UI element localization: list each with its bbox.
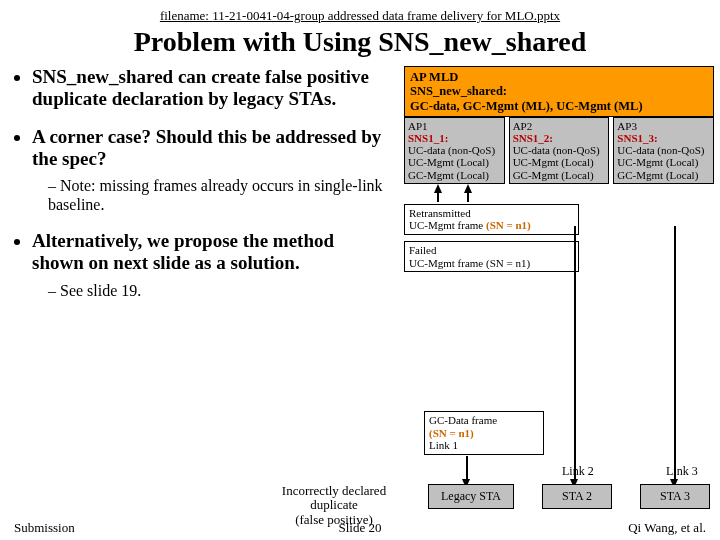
ap1-rest: UC-data (non-QoS) UC-Mgmt (Local) GC-Mgm…	[408, 144, 501, 180]
gcdata-sn: (SN = n1)	[429, 427, 539, 440]
body-area: SNS_new_shared can create false positive…	[14, 66, 706, 496]
bullet-3-sub-1: See slide 19.	[48, 282, 384, 300]
ap-box-1: AP1 SNS1_1: UC-data (non-QoS) UC-Mgmt (L…	[404, 117, 505, 183]
failed-sn: (SN = n1)	[486, 257, 530, 269]
filename-label: filename:	[160, 8, 209, 23]
ap1-num: AP1	[408, 120, 501, 132]
sta-legacy-box: Legacy STA	[428, 484, 514, 509]
bullet-2-text: A corner case? Should this be addressed …	[32, 126, 381, 169]
failed-l2: UC-Mgmt frame	[409, 257, 486, 269]
ap3-sns: SNS1_3:	[617, 132, 710, 144]
footer-right: Qi Wang, et al.	[628, 520, 706, 536]
bullet-2-sub: Note: missing frames already occurs in s…	[32, 177, 384, 214]
bullet-list: SNS_new_shared can create false positive…	[14, 66, 384, 300]
ap2-rest: UC-data (non-QoS) UC-Mgmt (Local) GC-Mgm…	[513, 144, 606, 180]
bullet-3-sub: See slide 19.	[32, 282, 384, 300]
apmld-line1: AP MLD	[410, 70, 708, 84]
slide-title: Problem with Using SNS_new_shared	[14, 26, 706, 58]
ap-box-2: AP2 SNS1_2: UC-data (non-QoS) UC-Mgmt (L…	[509, 117, 610, 183]
sta3-box: STA 3	[640, 484, 710, 509]
filename-value: 11-21-0041-04-group addressed data frame…	[212, 8, 560, 23]
right-column: AP MLD SNS_new_shared: GC-data, GC-Mgmt …	[404, 66, 714, 272]
bullet-3-text: Alternatively, we propose the method sho…	[32, 230, 334, 273]
footer-mid: Slide 20	[339, 520, 382, 536]
footer: Submission Slide 20 Qi Wang, et al.	[14, 520, 706, 536]
sta2-box: STA 2	[542, 484, 612, 509]
apmld-line2: SNS_new_shared:	[410, 84, 708, 98]
link3-label: Link 3	[666, 464, 698, 479]
bullet-1: SNS_new_shared can create false positive…	[32, 66, 384, 110]
ap3-rest: UC-data (non-QoS) UC-Mgmt (Local) GC-Mgm…	[617, 144, 710, 180]
failed-l1: Failed	[409, 244, 574, 257]
ap3-num: AP3	[617, 120, 710, 132]
failed-box: Failed UC-Mgmt frame (SN = n1)	[404, 241, 579, 272]
arrow-stem-2	[467, 193, 469, 202]
retrans-l2: UC-Mgmt frame	[409, 219, 486, 231]
arrow-stem-1	[437, 193, 439, 202]
bullet-2: A corner case? Should this be addressed …	[32, 126, 384, 214]
ap-box-3: AP3 SNS1_3: UC-data (non-QoS) UC-Mgmt (L…	[613, 117, 714, 183]
bullet-2-sub-1: Note: missing frames already occurs in s…	[48, 177, 384, 214]
ap-row: AP1 SNS1_1: UC-data (non-QoS) UC-Mgmt (L…	[404, 117, 714, 183]
fp-l2: duplicate	[254, 498, 414, 512]
ap-mld-box: AP MLD SNS_new_shared: GC-data, GC-Mgmt …	[404, 66, 714, 117]
gcdata-box: GC-Data frame (SN = n1) Link 1	[424, 411, 544, 455]
link2-label: Link 2	[562, 464, 594, 479]
ap1-sns: SNS1_1:	[408, 132, 501, 144]
bullet-3: Alternatively, we propose the method sho…	[32, 230, 384, 300]
ap2-sns: SNS1_2:	[513, 132, 606, 144]
filename-row: filename: 11-21-0041-04-group addressed …	[14, 8, 706, 24]
retrans-l1: Retransmitted	[409, 207, 574, 220]
fp-l1: Incorrectly declared	[254, 484, 414, 498]
arrow-up-icon-1	[434, 184, 442, 193]
slide-container: filename: 11-21-0041-04-group addressed …	[0, 0, 720, 540]
link3-line	[674, 226, 676, 482]
gcdata-l1: GC-Data frame	[429, 414, 539, 427]
ap2-num: AP2	[513, 120, 606, 132]
arrow-up-icon-2	[464, 184, 472, 193]
apmld-line3: GC-data, GC-Mgmt (ML), UC-Mgmt (ML)	[410, 99, 708, 113]
retrans-sn: (SN = n1)	[486, 219, 531, 231]
arrows-up-row	[404, 184, 714, 202]
gcdata-link: Link 1	[429, 439, 539, 452]
footer-left: Submission	[14, 520, 75, 536]
left-column: SNS_new_shared can create false positive…	[14, 66, 384, 316]
retransmitted-box: Retransmitted UC-Mgmt frame (SN = n1)	[404, 204, 579, 235]
link2-line	[574, 226, 576, 482]
